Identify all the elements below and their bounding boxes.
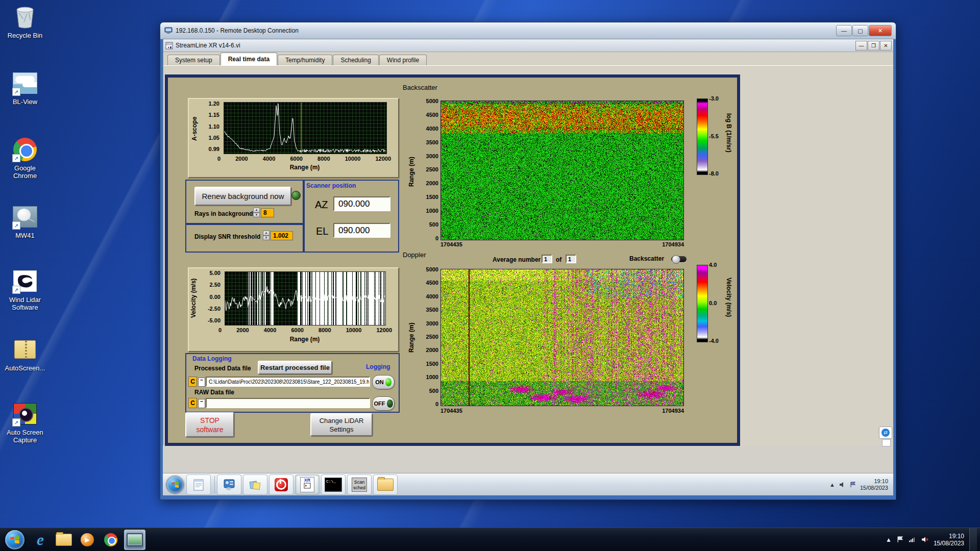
- rdp-app-icon: [164, 27, 173, 34]
- desktop-background: Recycle Bin ↗ BL-View ↗ Google Chrome ↗ …: [0, 0, 980, 551]
- data-logging-title: Data Logging: [192, 355, 232, 362]
- backscatter-y-axis-label: Range (m): [408, 139, 415, 205]
- sticky-notes-icon: [249, 479, 261, 491]
- desktop-icon-recycle-bin[interactable]: Recycle Bin: [3, 4, 47, 39]
- change-line1: Change LiDAR: [320, 416, 364, 425]
- remote-task-emergency-stop[interactable]: [269, 474, 293, 495]
- settings-panel-icon: [223, 479, 235, 491]
- scanner-position-cluster: Scanner position AZ 090.000 EL 090.000: [303, 180, 399, 253]
- raw-path-field[interactable]: [206, 398, 370, 408]
- tick-label: 1.05: [209, 135, 219, 141]
- velocity-canvas: [225, 272, 385, 325]
- action-center-flag-icon[interactable]: [897, 536, 903, 543]
- hidden-icons-chevron[interactable]: ▲: [829, 482, 835, 488]
- renew-background-led: [291, 191, 301, 200]
- raw-logging-toggle-off[interactable]: OFF: [372, 396, 395, 411]
- average-total-field[interactable]: 1: [566, 255, 576, 263]
- processed-path-field[interactable]: C:\Lidar\Data\Proc\2023\202308\20230815\…: [206, 377, 370, 387]
- taskbar-internet-explorer[interactable]: e: [30, 530, 51, 549]
- restart-processed-file-button[interactable]: Restart processed file: [258, 361, 332, 374]
- tick-label: 0: [435, 236, 438, 241]
- rays-spinner[interactable]: ▲▼: [253, 208, 260, 217]
- renew-background-button[interactable]: Renew background now: [194, 187, 291, 206]
- tab-strip: System setup Real time data Temp/humidit…: [163, 52, 893, 66]
- app-minimize-button[interactable]: —: [855, 41, 867, 51]
- desktop-icon-autoscreen-zip[interactable]: AutoScreen...: [3, 337, 47, 372]
- remote-start-button[interactable]: [167, 477, 183, 493]
- rdp-titlebar[interactable]: 192.168.0.150 - Remote Desktop Connectio…: [160, 22, 896, 39]
- doppler-colorbar: [697, 265, 708, 342]
- volume-icon[interactable]: [839, 482, 846, 488]
- processed-path-browse-icon[interactable]: ▪▪: [198, 378, 205, 387]
- tab-real-time-data[interactable]: Real time data: [220, 53, 277, 65]
- taskbar-explorer[interactable]: [54, 530, 74, 549]
- remote-task-streamline-xr[interactable]: XR: [295, 474, 320, 495]
- raw-path-browse-icon[interactable]: ▪▪: [198, 399, 205, 408]
- velocity-plot: [225, 271, 386, 325]
- remote-task-explorer[interactable]: [373, 474, 398, 495]
- minimize-button[interactable]: —: [836, 25, 852, 36]
- tab-system-setup[interactable]: System setup: [167, 55, 220, 65]
- tick-label: -5.00: [208, 318, 220, 323]
- processed-drive-selector[interactable]: C: [188, 377, 197, 387]
- taskbar-chrome[interactable]: [101, 530, 121, 549]
- remote-task-cmd[interactable]: C:\_: [321, 474, 346, 495]
- rdp-window-title: 192.168.0.150 - Remote Desktop Connectio…: [176, 27, 836, 34]
- backscatter-toggle-switch[interactable]: [671, 256, 687, 262]
- tick-label: 0: [435, 402, 438, 407]
- start-button[interactable]: [5, 530, 24, 549]
- volume-icon[interactable]: [921, 536, 928, 543]
- app-restore-button[interactable]: ❐: [868, 41, 879, 51]
- desktop-icon-wind-lidar[interactable]: ↗ Wind Lidar Software: [3, 268, 47, 311]
- tick-label: 2000: [426, 181, 438, 186]
- stop-software-button[interactable]: STOP software: [185, 412, 234, 437]
- remote-task-notepad[interactable]: [186, 474, 211, 495]
- rays-in-background-value[interactable]: 8: [261, 208, 274, 217]
- desktop-icon-auto-screen-capture[interactable]: ↗ Auto Screen Capture: [3, 401, 47, 444]
- tab-wind-profile[interactable]: Wind profile: [379, 55, 427, 65]
- az-value-field[interactable]: 090.000: [333, 196, 390, 211]
- close-button[interactable]: ✕: [869, 25, 892, 36]
- processed-logging-toggle-on[interactable]: ON: [372, 375, 395, 389]
- windows-flag-icon: [10, 535, 20, 545]
- snr-spinner[interactable]: ▲▼: [263, 231, 270, 240]
- remote-clock[interactable]: 19:10 15/08/2023: [860, 478, 888, 491]
- desktop-icon-bl-view[interactable]: ↗ BL-View: [3, 70, 47, 106]
- network-icon[interactable]: [909, 536, 916, 543]
- app-close-button[interactable]: ✕: [880, 41, 892, 51]
- tab-temp-humidity[interactable]: Temp/humidity: [278, 55, 332, 65]
- el-value-field[interactable]: 090.000: [333, 223, 390, 238]
- on-toggle-label: ON: [375, 379, 384, 385]
- ascope-y-axis-label: A-scope: [191, 108, 198, 149]
- display-snr-threshold-value[interactable]: 1.002: [271, 231, 293, 240]
- maximize-button[interactable]: ▢: [852, 25, 868, 36]
- tab-scheduling[interactable]: Scheduling: [333, 55, 378, 65]
- ie-icon: e: [37, 531, 43, 548]
- tick-label: 5.00: [210, 270, 220, 276]
- host-clock[interactable]: 19:10 15/08/2023: [934, 533, 964, 547]
- arrows-icon: ⇄: [881, 429, 890, 437]
- remote-task-settings[interactable]: [217, 474, 241, 495]
- show-desktop-button[interactable]: [969, 528, 977, 551]
- tick-label: 500: [429, 222, 438, 228]
- raw-drive-selector[interactable]: C: [188, 398, 197, 408]
- tick-label: 1.20: [209, 101, 219, 107]
- tick-label: 10000: [345, 156, 361, 162]
- average-number-field[interactable]: 1: [542, 255, 552, 263]
- hidden-icons-chevron[interactable]: ▲: [886, 536, 892, 543]
- desktop-icon-google-chrome[interactable]: ↗ Google Chrome: [3, 137, 47, 180]
- app-titlebar[interactable]: StreamLine XR v14-6.vi — ❐ ✕: [163, 39, 893, 52]
- desktop-icon-mw41[interactable]: ↗ MW41: [3, 204, 47, 239]
- taskbar-rdp-active[interactable]: [124, 530, 145, 550]
- change-lidar-settings-button[interactable]: Change LiDAR Settings: [310, 413, 373, 436]
- tick-label: 2000: [235, 156, 248, 162]
- remote-task-scan-scheduler[interactable]: Scansched: [347, 474, 372, 495]
- flag-icon[interactable]: [850, 482, 856, 488]
- tick-label: -8.0: [709, 171, 719, 177]
- tick-label: 1000: [426, 208, 438, 214]
- rdp-window-icon: [127, 533, 143, 546]
- change-line2: Settings: [330, 425, 354, 434]
- remote-task-sticky-notes[interactable]: [243, 474, 267, 495]
- connection-notification-icon[interactable]: ⇄: [879, 427, 892, 445]
- taskbar-media-player[interactable]: ▶: [77, 530, 97, 549]
